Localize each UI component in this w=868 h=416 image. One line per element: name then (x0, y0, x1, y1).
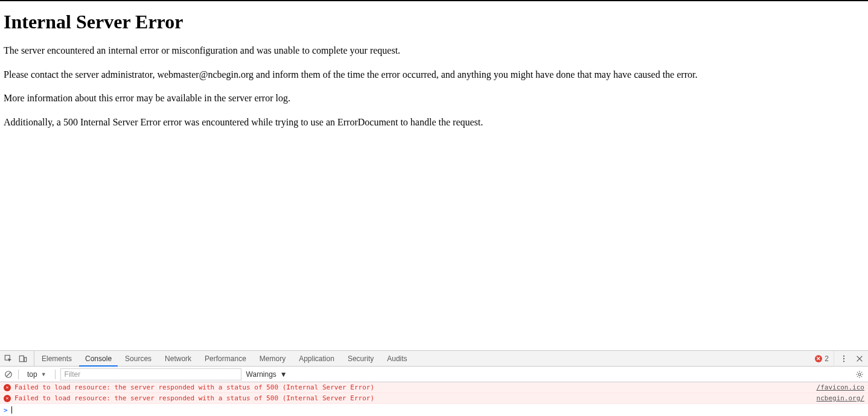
console-error-message: Failed to load resource: the server resp… (14, 383, 374, 391)
error-page-body: Internal Server Error The server encount… (0, 1, 868, 144)
tab-performance[interactable]: Performance (199, 351, 252, 367)
tab-application[interactable]: Application (293, 351, 340, 367)
svg-point-7 (858, 373, 861, 375)
console-output: ✕ Failed to load resource: the server re… (0, 382, 868, 416)
svg-point-4 (843, 358, 844, 359)
tab-memory[interactable]: Memory (254, 351, 292, 367)
chevron-down-icon: ▼ (280, 370, 287, 379)
tab-console[interactable]: Console (79, 351, 118, 367)
error-count-value: 2 (825, 355, 829, 363)
more-menu-icon[interactable] (839, 354, 849, 364)
tab-sources[interactable]: Sources (119, 351, 158, 367)
console-error-message: Failed to load resource: the server resp… (14, 394, 374, 402)
filterbar-separator-2 (55, 370, 56, 379)
svg-point-3 (843, 355, 844, 356)
svg-rect-2 (24, 357, 27, 361)
clear-console-icon[interactable] (4, 370, 13, 379)
tab-audits[interactable]: Audits (381, 351, 413, 367)
inspect-element-icon[interactable] (4, 354, 13, 364)
blank-space (0, 144, 868, 350)
console-error-source[interactable]: ncbegin.org/ (817, 394, 864, 402)
error-count-badge[interactable]: ✕ 2 (815, 355, 829, 363)
error-paragraph-1: The server encountered an internal error… (4, 44, 864, 57)
filter-input[interactable] (60, 368, 241, 380)
tab-elements[interactable]: Elements (36, 351, 78, 367)
log-level-label: Warnings (246, 370, 276, 379)
error-paragraph-3: More information about this error may be… (4, 92, 864, 105)
devtools-panel: Elements Console Sources Network Perform… (0, 350, 868, 416)
close-devtools-icon[interactable] (855, 354, 864, 364)
prompt-chevron-icon: > (4, 406, 8, 414)
execution-context-label: top (27, 370, 37, 379)
text-cursor (11, 406, 12, 414)
log-level-selector[interactable]: Warnings ▼ (246, 370, 287, 379)
tab-security[interactable]: Security (342, 351, 380, 367)
error-row-icon: ✕ (4, 384, 11, 391)
error-badge-icon: ✕ (815, 355, 822, 362)
console-settings-icon[interactable] (855, 370, 864, 379)
devtools-tabbar: Elements Console Sources Network Perform… (0, 351, 868, 367)
error-paragraph-2: Please contact the server administrator,… (4, 68, 864, 81)
execution-context-selector[interactable]: top ▼ (24, 370, 50, 379)
console-error-row[interactable]: ✕ Failed to load resource: the server re… (0, 382, 868, 393)
device-toolbar-icon[interactable] (18, 354, 28, 364)
console-filterbar: top ▼ Warnings ▼ (0, 367, 868, 382)
error-row-icon: ✕ (4, 395, 11, 402)
console-error-source[interactable]: /favicon.ico (817, 383, 864, 391)
svg-point-5 (843, 361, 844, 362)
svg-rect-1 (19, 356, 24, 362)
chevron-down-icon: ▼ (41, 371, 46, 377)
tab-network[interactable]: Network (159, 351, 197, 367)
console-error-row[interactable]: ✕ Failed to load resource: the server re… (0, 393, 868, 404)
error-paragraph-4: Additionally, a 500 Internal Server Erro… (4, 116, 864, 129)
filterbar-separator (18, 370, 19, 379)
console-input-prompt[interactable]: > (0, 404, 868, 416)
page-title: Internal Server Error (4, 11, 864, 33)
